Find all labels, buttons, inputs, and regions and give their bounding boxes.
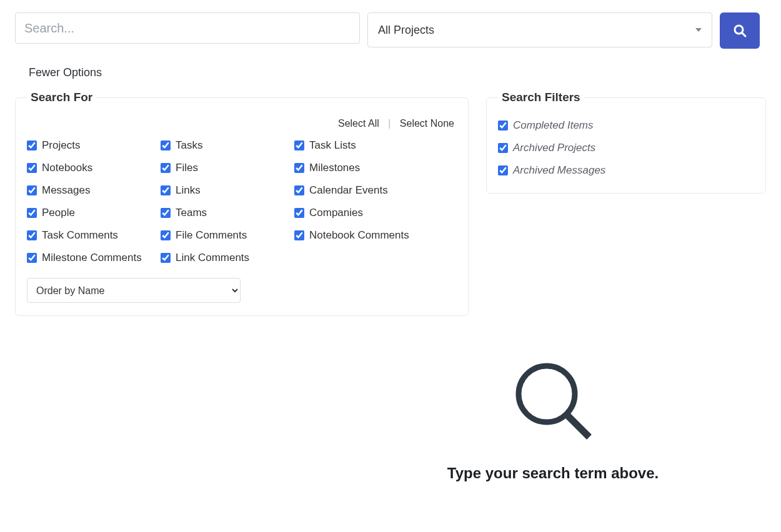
fewer-options-toggle[interactable]: Fewer Options [29, 66, 102, 79]
filter-checkbox-archived-messages[interactable] [498, 165, 508, 175]
label-milestone-comments[interactable]: Milestone Comments [42, 252, 142, 264]
search-filters-legend: Search Filters [498, 91, 584, 104]
search-for-item-milestones: Milestones [294, 162, 457, 174]
label-teams[interactable]: Teams [176, 207, 207, 219]
checkbox-teams[interactable] [161, 208, 171, 218]
order-by-select[interactable]: Order by Name [27, 278, 241, 303]
label-milestones[interactable]: Milestones [309, 162, 360, 174]
search-for-item-projects: Projects [27, 139, 161, 152]
chevron-down-icon [695, 28, 702, 32]
checkbox-tasks[interactable] [161, 140, 171, 150]
label-notebook-comments[interactable]: Notebook Comments [309, 229, 409, 242]
search-for-item-calendar-events: Calendar Events [294, 184, 457, 197]
checkbox-companies[interactable] [294, 208, 304, 218]
search-for-item-companies: Companies [294, 207, 457, 219]
label-tasks[interactable]: Tasks [176, 139, 202, 152]
label-links[interactable]: Links [176, 184, 201, 197]
label-people[interactable]: People [42, 207, 75, 219]
checkbox-notebooks[interactable] [27, 163, 37, 173]
project-selector-label: All Projects [378, 24, 434, 37]
checkbox-people[interactable] [27, 208, 37, 218]
label-projects[interactable]: Projects [42, 139, 80, 152]
search-for-item-task-lists: Task Lists [294, 139, 457, 152]
label-file-comments[interactable]: File Comments [176, 229, 247, 242]
search-input[interactable] [15, 12, 360, 44]
filter-item-completed-items: Completed Items [498, 119, 754, 132]
filter-label-archived-projects[interactable]: Archived Projects [513, 142, 595, 154]
search-for-item-link-comments: Link Comments [161, 252, 294, 264]
label-link-comments[interactable]: Link Comments [176, 252, 249, 264]
checkbox-milestone-comments[interactable] [27, 253, 37, 263]
empty-state: Type your search term above. [340, 360, 766, 482]
search-bar-row: All Projects [15, 12, 766, 49]
svg-line-1 [742, 33, 745, 36]
project-selector[interactable]: All Projects [367, 12, 712, 47]
label-files[interactable]: Files [176, 162, 198, 174]
search-for-legend: Search For [27, 91, 96, 104]
checkbox-messages[interactable] [27, 185, 37, 195]
checkbox-task-comments[interactable] [27, 230, 37, 240]
separator: | [382, 118, 397, 129]
label-companies[interactable]: Companies [309, 207, 363, 219]
search-filters-panel: Search Filters Completed ItemsArchived P… [486, 91, 766, 194]
label-task-comments[interactable]: Task Comments [42, 229, 118, 242]
search-for-item-tasks: Tasks [161, 139, 294, 152]
checkbox-links[interactable] [161, 185, 171, 195]
search-for-item-notebooks: Notebooks [27, 162, 161, 174]
select-none-link[interactable]: Select None [400, 118, 454, 129]
select-all-link[interactable]: Select All [338, 118, 379, 129]
checkbox-task-lists[interactable] [294, 140, 304, 150]
label-task-lists[interactable]: Task Lists [309, 139, 356, 152]
checkbox-notebook-comments[interactable] [294, 230, 304, 240]
search-for-item-file-comments: File Comments [161, 229, 294, 242]
filter-checkbox-archived-projects[interactable] [498, 143, 508, 153]
search-for-panel: Search For Select All | Select None Proj… [15, 91, 469, 316]
checkbox-milestones[interactable] [294, 163, 304, 173]
checkbox-link-comments[interactable] [161, 253, 171, 263]
svg-line-3 [568, 416, 589, 437]
search-for-item-files: Files [161, 162, 294, 174]
search-for-item-messages: Messages [27, 184, 161, 197]
search-for-item-task-comments: Task Comments [27, 229, 161, 242]
search-button[interactable] [720, 12, 760, 49]
search-for-item-teams: Teams [161, 207, 294, 219]
search-for-item-links: Links [161, 184, 294, 197]
checkbox-projects[interactable] [27, 140, 37, 150]
large-search-icon [509, 360, 597, 447]
checkbox-files[interactable] [161, 163, 171, 173]
checkbox-file-comments[interactable] [161, 230, 171, 240]
checkbox-calendar-events[interactable] [294, 185, 304, 195]
label-notebooks[interactable]: Notebooks [42, 162, 92, 174]
label-messages[interactable]: Messages [42, 184, 90, 197]
label-calendar-events[interactable]: Calendar Events [309, 184, 388, 197]
empty-message: Type your search term above. [447, 465, 659, 482]
filter-item-archived-projects: Archived Projects [498, 142, 754, 154]
filter-item-archived-messages: Archived Messages [498, 164, 754, 177]
filter-label-archived-messages[interactable]: Archived Messages [513, 164, 605, 177]
filter-label-completed-items[interactable]: Completed Items [513, 119, 594, 132]
search-for-item-notebook-comments: Notebook Comments [294, 229, 457, 242]
search-icon [732, 23, 747, 38]
filter-checkbox-completed-items[interactable] [498, 121, 508, 131]
svg-point-2 [519, 366, 575, 422]
search-for-item-milestone-comments: Milestone Comments [27, 252, 161, 264]
search-for-item-people: People [27, 207, 161, 219]
